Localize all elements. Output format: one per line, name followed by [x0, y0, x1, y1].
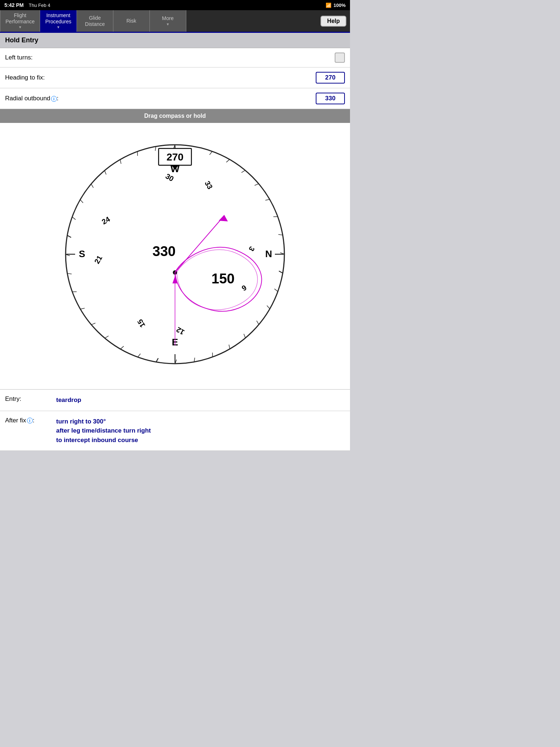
status-time: 5:42 PM: [4, 2, 24, 8]
tab-glide-distance[interactable]: Glide Distance: [77, 10, 113, 32]
tab-more-label: More: [162, 15, 174, 22]
status-date: Thu Feb 4: [29, 3, 50, 8]
tab-risk[interactable]: Risk: [113, 10, 150, 32]
drag-banner: Drag compass or hold: [0, 109, 350, 123]
compass-area[interactable]: W E S N 24 30 21 33 15 3 12 6: [0, 123, 350, 389]
compass-south-label: S: [79, 248, 85, 259]
heading-value-wrapper: [308, 72, 345, 84]
left-turns-row: Left turns:: [0, 48, 350, 67]
radial-row: Radial outboundi:: [0, 88, 350, 109]
compass-svg[interactable]: W E S N 24 30 21 33 15 3 12 6: [51, 130, 299, 378]
heading-input[interactable]: [316, 72, 345, 84]
tab-instrument-procedures-label: Instrument Procedures: [45, 12, 71, 25]
bottom-section: Entry: teardrop After fixi: turn right t…: [0, 389, 350, 451]
radial-center-label: 330: [152, 244, 175, 259]
section-title: Hold Entry: [5, 36, 38, 44]
status-time-date: 5:42 PM Thu Feb 4: [4, 2, 50, 8]
heading-box-text: 270: [167, 151, 184, 163]
left-turns-checkbox-wrapper: [308, 53, 345, 63]
after-fix-label: After fixi:: [5, 417, 49, 424]
chevron-down-icon-more: ▼: [166, 22, 170, 27]
radial-info-icon[interactable]: i: [51, 96, 57, 102]
after-fix-info-icon[interactable]: i: [27, 418, 33, 423]
tab-more[interactable]: More ▼: [150, 10, 186, 32]
status-right: 📶 100%: [326, 3, 346, 8]
heading-row: Heading to fix:: [0, 67, 350, 88]
fix-inbound-label: 150: [211, 271, 234, 286]
radial-label: Radial outboundi:: [5, 95, 308, 102]
chevron-down-icon-active: ▼: [57, 25, 60, 30]
left-turns-checkbox[interactable]: [335, 53, 345, 63]
entry-label: Entry:: [5, 395, 49, 403]
section-header: Hold Entry: [0, 33, 350, 48]
status-bar: 5:42 PM Thu Feb 4 📶 100%: [0, 0, 350, 10]
radial-value-wrapper: [308, 93, 345, 104]
tab-flight-performance-label: Flight Performance: [5, 12, 35, 25]
chevron-down-icon: ▼: [18, 25, 22, 30]
help-button[interactable]: Help: [320, 16, 346, 27]
tab-instrument-procedures[interactable]: Instrument Procedures ▼: [40, 10, 77, 32]
wifi-icon: 📶: [326, 3, 331, 8]
compass-wrapper[interactable]: W E S N 24 30 21 33 15 3 12 6: [51, 130, 299, 378]
after-fix-value: turn right to 300° after leg time/distan…: [56, 417, 345, 445]
entry-row: Entry: teardrop: [0, 390, 350, 411]
radial-input[interactable]: [316, 93, 345, 104]
after-fix-row: After fixi: turn right to 300° after leg…: [0, 411, 350, 451]
heading-label: Heading to fix:: [5, 74, 308, 81]
left-turns-label: Left turns:: [5, 54, 308, 61]
battery-label: 100%: [334, 3, 346, 8]
tab-risk-label: Risk: [127, 18, 136, 24]
form-area: Left turns: Heading to fix: Radial outbo…: [0, 48, 350, 109]
compass-north-label: N: [265, 248, 272, 259]
nav-bar: Flight Performance ▼ Instrument Procedur…: [0, 10, 350, 33]
drag-hint-text: Drag compass or hold: [144, 113, 206, 119]
tab-flight-performance[interactable]: Flight Performance ▼: [0, 10, 40, 32]
entry-value: teardrop: [56, 395, 345, 405]
tab-glide-distance-label: Glide Distance: [85, 15, 105, 27]
